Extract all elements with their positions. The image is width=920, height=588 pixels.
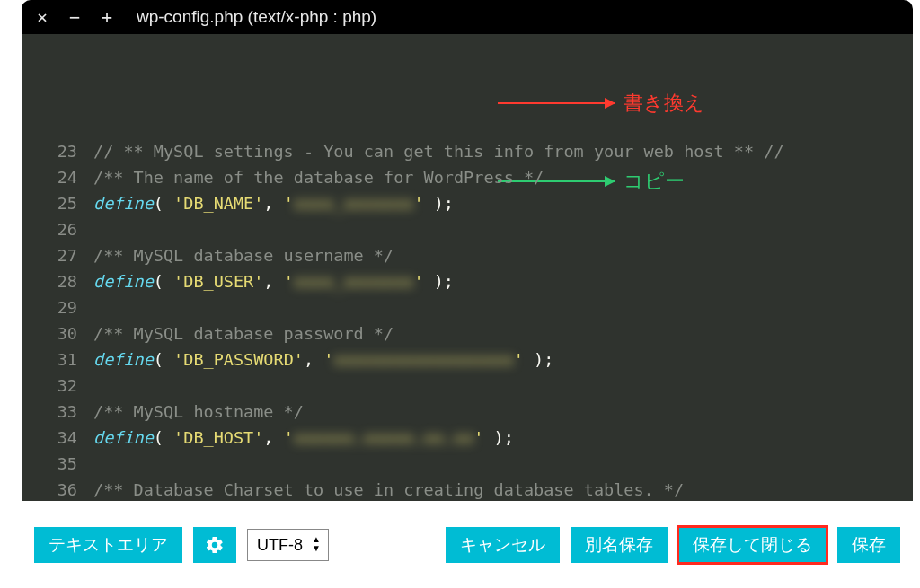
gear-icon (205, 535, 225, 555)
titlebar: × − + wp-config.php (text/x-php : php) (22, 0, 913, 34)
line-number: 31 (22, 347, 93, 373)
line-number: 30 (22, 320, 93, 347)
close-icon[interactable]: × (34, 9, 50, 25)
code-content (93, 451, 913, 477)
toolbar: テキストエリア UTF-8 ▲▼ キャンセル 別名保存 保存して閉じる 保存 (22, 518, 913, 572)
line-number: 27 (22, 242, 93, 268)
code-line[interactable]: 23// ** MySQL settings - You can get thi… (22, 138, 913, 164)
save-and-close-button[interactable]: 保存して閉じる (678, 527, 827, 563)
line-number: 23 (22, 138, 93, 164)
code-line[interactable]: 33/** MySQL hostname */ (22, 399, 913, 425)
code-content: define( 'DB_PASSWORD', 'xxxxxxxxxxxxxxxx… (93, 347, 913, 373)
code-content (93, 294, 913, 320)
code-line[interactable]: 35 (22, 451, 913, 477)
line-number: 33 (22, 399, 93, 425)
code-line[interactable]: 31define( 'DB_PASSWORD', 'xxxxxxxxxxxxxx… (22, 347, 913, 373)
new-tab-icon[interactable]: + (99, 9, 115, 25)
code-content (93, 216, 913, 242)
encoding-select[interactable]: UTF-8 ▲▼ (247, 529, 329, 561)
save-as-button[interactable]: 別名保存 (571, 527, 668, 563)
code-line[interactable]: 32 (22, 373, 913, 399)
code-line[interactable]: 29 (22, 294, 913, 320)
line-number: 26 (22, 216, 93, 242)
save-button[interactable]: 保存 (837, 527, 900, 563)
code-content: /** Database Charset to use in creating … (93, 477, 913, 501)
minimize-icon[interactable]: − (66, 9, 83, 25)
code-content (93, 373, 913, 399)
code-content: define( 'DB_HOST', 'xxxxxx.xxxxx.xx.xx' … (93, 425, 913, 451)
window-title: wp-config.php (text/x-php : php) (137, 7, 376, 27)
line-number: 29 (22, 294, 93, 320)
code-line[interactable]: 34define( 'DB_HOST', 'xxxxxx.xxxxx.xx.xx… (22, 425, 913, 451)
code-content: /** MySQL hostname */ (93, 399, 913, 425)
code-line[interactable]: 36/** Database Charset to use in creatin… (22, 477, 913, 501)
code-content: // ** MySQL settings - You can get this … (93, 138, 913, 164)
encoding-value: UTF-8 (257, 536, 303, 555)
settings-button[interactable] (193, 527, 236, 563)
line-number: 25 (22, 190, 93, 216)
annotation-rewrite: 書き換え (498, 90, 704, 116)
code-line[interactable]: 30/** MySQL database password */ (22, 320, 913, 347)
code-content: define( 'DB_USER', 'xxxx_xxxxxxx' ); (93, 268, 913, 294)
textarea-button[interactable]: テキストエリア (34, 527, 182, 563)
code-content: /** MySQL database username */ (93, 242, 913, 268)
code-line[interactable]: 27/** MySQL database username */ (22, 242, 913, 268)
code-editor[interactable]: 書き換え コピー 23// ** MySQL settings - You ca… (22, 34, 913, 501)
code-line[interactable]: 24/** The name of the database for WordP… (22, 164, 913, 190)
line-number: 32 (22, 373, 93, 399)
code-line[interactable]: 25define( 'DB_NAME', 'xxxx_xxxxxxx' ); (22, 190, 913, 216)
line-number: 34 (22, 425, 93, 451)
code-line[interactable]: 26 (22, 216, 913, 242)
code-line[interactable]: 28define( 'DB_USER', 'xxxx_xxxxxxx' ); (22, 268, 913, 294)
line-number: 35 (22, 451, 93, 477)
code-content: /** MySQL database password */ (93, 320, 913, 347)
line-number: 24 (22, 164, 93, 190)
code-content: /** The name of the database for WordPre… (93, 164, 913, 190)
line-number: 28 (22, 268, 93, 294)
code-content: define( 'DB_NAME', 'xxxx_xxxxxxx' ); (93, 190, 913, 216)
line-number: 36 (22, 477, 93, 501)
cancel-button[interactable]: キャンセル (446, 527, 560, 563)
caret-icon: ▲▼ (312, 535, 321, 553)
